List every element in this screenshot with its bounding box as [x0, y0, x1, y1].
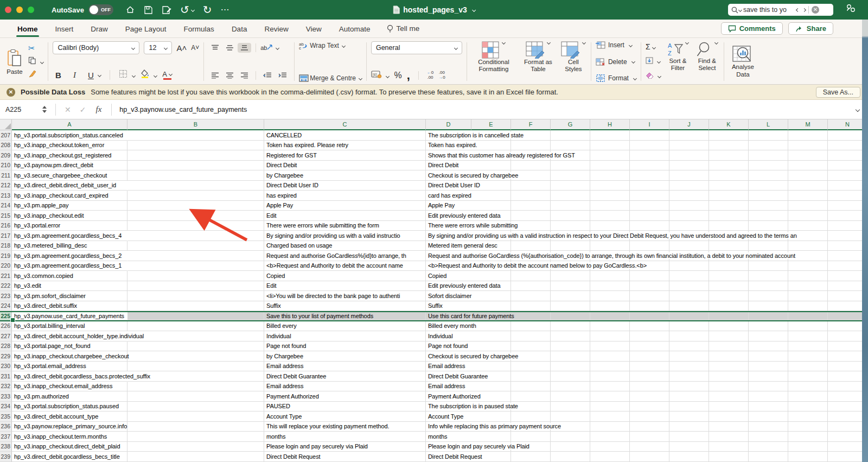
cell-G237[interactable]	[551, 432, 590, 442]
align-center-button[interactable]	[223, 71, 237, 80]
cell-A219[interactable]: hp_v3.pm.agreement.gocardless_becs_2	[12, 251, 127, 261]
column-header-G[interactable]: G	[551, 119, 590, 130]
cell-M212[interactable]	[788, 181, 828, 191]
cell-I225[interactable]	[630, 312, 669, 320]
comments-button[interactable]: Comments	[721, 22, 783, 35]
cell-H214[interactable]	[590, 201, 630, 211]
cell-G212[interactable]	[551, 181, 590, 191]
column-header-I[interactable]: I	[630, 119, 669, 130]
cell-A214[interactable]: hp_v3.pm.apple_pay	[12, 201, 127, 211]
italic-button[interactable]: I	[69, 71, 80, 80]
cell-L223[interactable]	[749, 291, 788, 301]
cell-I216[interactable]	[630, 221, 669, 231]
cell-D222[interactable]: Edit previously entered data	[426, 281, 471, 292]
row-header-214[interactable]: 214	[0, 201, 12, 211]
cell-A221[interactable]: hp_v3.common.copied	[12, 271, 127, 281]
cell-N228[interactable]	[828, 341, 862, 352]
search-field[interactable]: save this to yo ✕	[728, 4, 833, 16]
cell-F214[interactable]	[511, 201, 551, 211]
cell-B211[interactable]	[127, 170, 264, 181]
cell-J223[interactable]	[669, 291, 709, 301]
cell-N232[interactable]	[828, 382, 862, 392]
cell-H235[interactable]	[590, 412, 630, 422]
cell-D215[interactable]: Edit previously entered data	[426, 211, 471, 221]
cell-G215[interactable]	[551, 211, 590, 221]
redo-button[interactable]: ↻	[203, 4, 212, 15]
cell-M237[interactable]	[788, 432, 828, 442]
cell-B226[interactable]	[127, 321, 264, 332]
row-header-216[interactable]: 216	[0, 221, 12, 231]
column-header-B[interactable]: B	[127, 119, 264, 130]
cell-A223[interactable]: hp_v3.pm.sofort_disclaimer	[12, 291, 127, 301]
cell-B225[interactable]	[127, 312, 264, 320]
cell-I215[interactable]	[630, 211, 669, 221]
cell-J230[interactable]	[669, 362, 709, 372]
cell-B227[interactable]	[127, 331, 264, 341]
cell-N223[interactable]	[828, 291, 862, 301]
cell-K231[interactable]	[709, 371, 749, 382]
align-middle-button[interactable]	[223, 43, 237, 53]
cell-G223[interactable]	[551, 291, 590, 301]
row-header-236[interactable]: 236	[0, 422, 12, 432]
cell-D232[interactable]: Email address	[426, 382, 471, 392]
cell-C215[interactable]: Edit	[264, 211, 426, 221]
cell-M238[interactable]	[788, 442, 828, 452]
column-header-J[interactable]: J	[669, 119, 709, 130]
cell-L225[interactable]	[749, 312, 788, 320]
cell-J221[interactable]	[669, 271, 709, 281]
cell-J225[interactable]	[669, 312, 709, 320]
cell-B210[interactable]	[127, 161, 264, 171]
cell-C239[interactable]: Direct Debit Request	[264, 452, 426, 462]
cell-K210[interactable]	[709, 161, 749, 171]
cell-K228[interactable]	[709, 341, 749, 352]
format-painter-button[interactable]	[28, 70, 43, 80]
cell-C207[interactable]: CANCELLED	[264, 130, 426, 141]
cell-I232[interactable]	[630, 382, 669, 392]
decrease-indent-button[interactable]	[260, 71, 275, 80]
close-window-button[interactable]	[5, 7, 11, 13]
cell-B235[interactable]	[127, 412, 264, 422]
clear-button[interactable]	[646, 71, 661, 81]
cell-F213[interactable]	[511, 191, 551, 201]
cell-N210[interactable]	[828, 161, 862, 171]
row-header-231[interactable]: 231	[0, 371, 12, 382]
cell-A230[interactable]: hp_v3.portal.email_address	[12, 362, 127, 372]
cell-I227[interactable]	[630, 331, 669, 341]
cell-N219[interactable]	[828, 251, 862, 261]
cell-A228[interactable]: hp_v3.portal.page_not_found	[12, 341, 127, 352]
cell-I222[interactable]	[630, 281, 669, 292]
cell-J229[interactable]	[669, 351, 709, 362]
cell-C237[interactable]: months	[264, 432, 426, 442]
cell-E232[interactable]	[471, 382, 511, 392]
cell-K233[interactable]	[709, 391, 749, 402]
tab-formulas[interactable]: Formulas	[184, 21, 214, 36]
cell-J218[interactable]	[669, 241, 709, 251]
cell-K237[interactable]	[709, 432, 749, 442]
cell-H213[interactable]	[590, 191, 630, 201]
cell-G216[interactable]	[551, 221, 590, 231]
row-header-226[interactable]: 226	[0, 321, 12, 332]
cell-F218[interactable]	[511, 241, 551, 251]
cell-D236[interactable]: Info while replacing this as primary pay…	[426, 422, 471, 432]
column-header-F[interactable]: F	[511, 119, 551, 130]
cell-F235[interactable]	[511, 412, 551, 422]
row-header-221[interactable]: 221	[0, 271, 12, 281]
font-name-select[interactable]: Calibri (Body)	[53, 41, 139, 54]
cell-M210[interactable]	[788, 161, 828, 171]
cell-A229[interactable]: hp_v3.inapp_checkout.chargebee_checkout	[12, 351, 127, 362]
name-box-stepper[interactable]	[42, 106, 47, 113]
cell-A227[interactable]: hp_v3.direct_debit.account_holder_type.i…	[12, 331, 127, 341]
cell-A234[interactable]: hp_v3.portal.subscription_status.paused	[12, 402, 127, 412]
row-header-235[interactable]: 235	[0, 412, 12, 422]
wrap-text-button[interactable]: abc Wrap Text	[299, 41, 362, 50]
cell-G235[interactable]	[551, 412, 590, 422]
more-commands-icon[interactable]: ⋯	[221, 5, 230, 14]
cell-L227[interactable]	[749, 331, 788, 341]
cell-L237[interactable]	[749, 432, 788, 442]
cell-D220[interactable]: <b>Request and Authority to debit the ac…	[426, 261, 471, 271]
document-title[interactable]: hosted_pages_v3	[393, 5, 475, 14]
cell-K218[interactable]	[709, 241, 749, 251]
cell-L210[interactable]	[749, 161, 788, 171]
cell-A209[interactable]: hp_v3.inapp_checkout.gst_registered	[12, 150, 127, 161]
row-header-210[interactable]: 210	[0, 161, 12, 171]
